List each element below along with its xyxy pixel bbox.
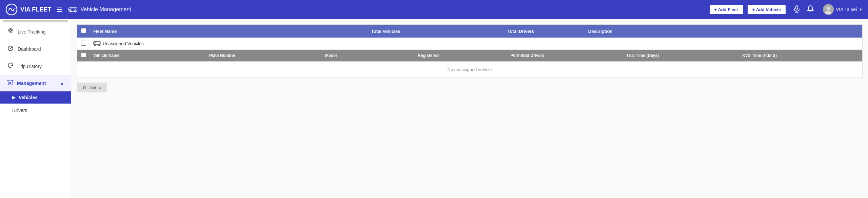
svg-rect-4 <box>796 6 798 9</box>
vehicles-arrow-icon: ▶ <box>12 95 15 100</box>
fleet-row-check <box>81 41 93 47</box>
fleet-table-header: Fleet Name Total Vehicles Total Drivers … <box>77 25 862 38</box>
vehicle-header-name: Vehicle Name <box>93 53 209 58</box>
vehicle-table-header: Vehicle Name Plate Number Model Register… <box>77 50 862 62</box>
vehicle-header-plate: Plate Number <box>209 53 325 58</box>
fleet-header-total-vehicles: Total Vehicles <box>318 29 453 34</box>
svg-point-8 <box>827 7 830 10</box>
delete-bar: 🗑 Delete <box>77 83 863 92</box>
sidebar-item-vehicles-label: Vehicles <box>19 95 38 100</box>
user-name: VIA Taipei <box>836 7 857 12</box>
avatar <box>823 4 834 15</box>
vehicle-header-model: Model <box>325 53 418 58</box>
fleet-row-vehicle-icon <box>93 40 101 47</box>
dashboard-icon <box>7 45 14 53</box>
sidebar-item-dashboard[interactable]: Dashboard <box>0 40 71 58</box>
fleet-row-name: Unassigned Vehicles <box>93 40 858 47</box>
user-menu[interactable]: VIA Taipei ▼ <box>823 4 863 15</box>
vehicle-empty-message: No unassigned vehicle <box>77 62 862 78</box>
delete-icon: 🗑 <box>82 85 86 90</box>
vehicle-header-trial-time: Trial Time (Days) <box>626 53 742 58</box>
topnav-actions: + Add Fleet + Add Vehicle <box>709 4 786 15</box>
vehicle-header-kvs-time: KVS Time (H:M:S) <box>742 53 858 58</box>
vehicle-header-check <box>81 52 93 59</box>
sidebar-item-live-tracking-label: Live Tracking <box>18 29 45 35</box>
bell-icon <box>807 5 814 13</box>
live-tracking-icon <box>7 28 14 36</box>
svg-point-14 <box>9 82 11 84</box>
fleet-table-row: Unassigned Vehicles <box>77 38 862 50</box>
app-logo-text: VIA FLEET <box>20 6 51 13</box>
sidebar-item-drivers-label: Drivers <box>12 108 27 113</box>
fleet-header-total-drivers: Total Drivers <box>453 29 588 34</box>
sidebar-item-dashboard-label: Dashboard <box>18 46 41 52</box>
topnav-icons: VIA Taipei ▼ <box>793 4 863 15</box>
vehicle-header-permitted-drivers: Permitted Drivers <box>511 53 627 58</box>
user-dropdown-icon: ▼ <box>859 7 863 12</box>
vehicle-management-icon <box>68 6 78 13</box>
svg-point-13 <box>10 48 11 49</box>
sidebar-item-live-tracking[interactable]: Live Tracking <box>0 23 71 40</box>
microphone-icon <box>793 5 801 13</box>
sidebar-item-management-label: Management <box>17 81 46 86</box>
sidebar-scrollbar <box>3 20 68 22</box>
fleet-row-name-text: Unassigned Vehicles <box>103 41 144 46</box>
add-vehicle-button[interactable]: + Add Vehicle <box>747 4 786 15</box>
app-logo: VIA FLEET <box>5 3 51 16</box>
fleet-select-all-checkbox[interactable] <box>81 28 86 33</box>
sidebar-item-drivers[interactable]: Drivers <box>0 104 71 117</box>
fleet-header-check <box>81 28 93 34</box>
management-icon <box>7 80 14 87</box>
vehicle-select-all-checkbox[interactable] <box>81 52 86 58</box>
fleet-row-checkbox[interactable] <box>81 41 86 46</box>
delete-button[interactable]: 🗑 Delete <box>77 83 107 92</box>
svg-rect-15 <box>94 42 100 45</box>
sidebar-item-vehicles[interactable]: ▶ Vehicles <box>0 91 71 104</box>
management-chevron-icon: ▲ <box>60 81 64 86</box>
fleet-header-description: Description <box>588 29 858 34</box>
notification-button[interactable] <box>807 5 814 14</box>
fleet-table: Fleet Name Total Vehicles Total Drivers … <box>77 24 863 78</box>
top-navigation: VIA FLEET ☰ Vehicle Management + Add Fle… <box>0 0 868 19</box>
sidebar: Live Tracking Dashboard Trip History <box>0 19 71 198</box>
sidebar-item-management[interactable]: Management ▲ <box>0 75 71 91</box>
svg-point-11 <box>8 28 13 33</box>
sidebar-item-trip-history-label: Trip History <box>18 64 42 69</box>
body-wrap: Live Tracking Dashboard Trip History <box>0 19 868 198</box>
sidebar-item-trip-history[interactable]: Trip History <box>0 58 71 75</box>
section-title-area: Vehicle Management <box>68 6 709 13</box>
hamburger-menu-button[interactable]: ☰ <box>57 5 63 14</box>
add-fleet-button[interactable]: + Add Fleet <box>709 4 744 15</box>
section-title: Vehicle Management <box>80 6 131 13</box>
trip-history-icon <box>7 62 14 70</box>
delete-label: Delete <box>88 85 101 90</box>
vehicle-header-registered: Registered <box>418 53 510 58</box>
vehicle-sub-table: Vehicle Name Plate Number Model Register… <box>77 50 862 78</box>
microphone-button[interactable] <box>793 5 801 14</box>
fleet-header-fleet-name: Fleet Name <box>93 29 318 34</box>
main-content: Fleet Name Total Vehicles Total Drivers … <box>71 19 868 198</box>
